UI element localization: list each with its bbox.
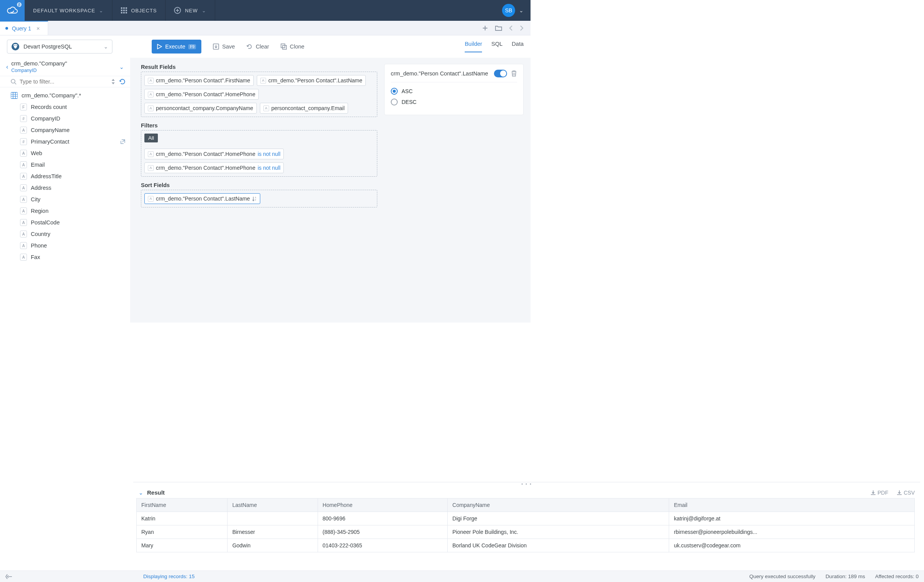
tree-item-label: Web (31, 150, 42, 156)
save-icon (213, 43, 219, 50)
mode-tab-sql[interactable]: SQL (491, 41, 502, 52)
svg-rect-17 (11, 92, 18, 99)
filter-all-chip[interactable]: All (144, 134, 158, 142)
filter-condition: is not null (258, 165, 280, 171)
tree-item[interactable]: AWeb (0, 147, 130, 159)
chip-label: crm_demo."Person Contact".HomePhone (156, 151, 255, 157)
external-link-icon[interactable] (120, 139, 126, 144)
type-A-icon: A (148, 196, 154, 202)
clear-label: Clear (256, 43, 269, 50)
sort-field-name: crm_demo."Person Contact".LastName (391, 70, 490, 77)
next-tab-icon[interactable] (520, 25, 524, 31)
tree-item[interactable]: FRecords count (0, 101, 130, 113)
radio-desc[interactable]: DESC (391, 99, 517, 105)
workspace-selector[interactable]: DEFAULT WORKSPACE ⌄ (25, 0, 112, 21)
chip-label: crm_demo."Person Contact".LastName (268, 77, 362, 84)
radio-icon (391, 99, 398, 105)
refresh-icon[interactable] (119, 79, 126, 85)
tree-item-label: Region (31, 208, 49, 214)
trash-icon[interactable] (511, 70, 517, 77)
sort-field-chip[interactable]: Acrm_demo."Person Contact".LastName AZ (144, 193, 260, 204)
chevron-down-icon[interactable]: ⌄ (118, 62, 126, 72)
table-icon (11, 92, 18, 99)
result-fields-box[interactable]: Acrm_demo."Person Contact".FirstNameAcrm… (141, 72, 377, 117)
svg-rect-1 (123, 7, 125, 9)
user-menu[interactable]: SB ⌄ (502, 4, 531, 17)
chip-label: crm_demo."Person Contact".HomePhone (156, 165, 255, 171)
svg-point-12 (16, 45, 17, 46)
tree-item[interactable]: #CompanyID (0, 113, 130, 124)
svg-rect-0 (121, 7, 122, 9)
tree-item[interactable]: ACity (0, 194, 130, 205)
prev-tab-icon[interactable] (509, 25, 513, 31)
svg-rect-6 (121, 12, 122, 13)
type-A-icon: A (148, 105, 154, 111)
breadcrumb-sub[interactable]: CompanyID (11, 67, 118, 74)
tree-item-label: City (31, 196, 40, 202)
svg-rect-2 (126, 7, 127, 9)
filter-chip[interactable]: Acrm_demo."Person Contact".HomePhone is … (144, 162, 284, 173)
connection-selector[interactable]: Devart PostgreSQL ⌄ (7, 40, 112, 54)
sort-icon[interactable] (111, 79, 116, 85)
radio-asc[interactable]: ASC (391, 88, 517, 95)
tree-root-label: crm_demo."Company".* (22, 92, 81, 99)
objects-label: OBJECTS (131, 8, 157, 13)
save-button[interactable]: Save (213, 43, 235, 50)
result-field-chip[interactable]: Apersoncontact_company.CompanyName (144, 103, 257, 114)
result-field-chip[interactable]: Acrm_demo."Person Contact".LastName (257, 75, 366, 86)
tree-item[interactable]: AAddress (0, 182, 130, 194)
svg-point-16 (11, 79, 15, 83)
result-field-chip[interactable]: Acrm_demo."Person Contact".FirstName (144, 75, 254, 86)
execute-button[interactable]: Execute F9 (152, 40, 201, 54)
folder-open-icon[interactable] (495, 25, 502, 31)
query-tab[interactable]: Query 1 × (0, 21, 48, 35)
chevron-down-icon: ⌄ (519, 7, 524, 13)
play-icon (157, 44, 162, 49)
mode-tab-builder[interactable]: Builder (465, 41, 482, 52)
topbar: β DEFAULT WORKSPACE ⌄ OBJECTS NEW ⌄ SB ⌄ (0, 0, 531, 21)
filter-row (0, 76, 130, 87)
clone-button[interactable]: Clone (281, 43, 305, 50)
tree-item[interactable]: AFax (0, 251, 130, 263)
result-field-chip[interactable]: Apersoncontact_company.Email (260, 103, 348, 114)
tree-item[interactable]: APhone (0, 240, 130, 251)
tree-item[interactable]: APostalCode (0, 217, 130, 228)
close-icon[interactable]: × (37, 25, 40, 32)
filter-chip[interactable]: Acrm_demo."Person Contact".HomePhone is … (144, 149, 284, 159)
clear-button[interactable]: Clear (246, 43, 269, 50)
chevron-down-icon: ⌄ (99, 8, 104, 13)
tree-item[interactable]: ACountry (0, 228, 130, 240)
new-menu[interactable]: NEW ⌄ (166, 0, 215, 21)
breadcrumb-back-icon[interactable]: ‹ (3, 64, 11, 70)
execute-label: Execute (165, 43, 185, 50)
chevron-down-icon: ⌄ (104, 43, 108, 50)
filter-input[interactable] (20, 79, 108, 85)
sort-box[interactable]: Acrm_demo."Person Contact".LastName AZ (141, 190, 377, 207)
app-logo[interactable]: β (0, 0, 25, 21)
cloud-icon (7, 6, 18, 15)
tree-item[interactable]: #PrimaryContact (0, 136, 130, 147)
mode-tab-data[interactable]: Data (512, 41, 524, 52)
objects-button[interactable]: OBJECTS (112, 0, 166, 21)
tree-item[interactable]: AEmail (0, 159, 130, 171)
add-tab-icon[interactable] (482, 25, 488, 31)
tree-item[interactable]: ARegion (0, 205, 130, 217)
filters-box[interactable]: All Acrm_demo."Person Contact".HomePhone… (141, 130, 377, 177)
main: ‹ crm_demo."Company" CompanyID ⌄ crm_dem… (0, 58, 531, 323)
mode-tabs: Builder SQL Data (465, 41, 524, 52)
toolbar: Devart PostgreSQL ⌄ Execute F9 Save Clea… (0, 35, 531, 58)
tree-item[interactable]: AAddressTitle (0, 171, 130, 182)
svg-rect-5 (126, 10, 127, 11)
sort-toggle[interactable] (494, 70, 507, 77)
breadcrumb: ‹ crm_demo."Company" CompanyID ⌄ (0, 58, 130, 76)
connection-name: Devart PostgreSQL (23, 43, 100, 50)
type-F-icon: F (20, 104, 27, 110)
svg-text:Z: Z (255, 199, 256, 201)
tree-item-label: Records count (31, 104, 67, 110)
tree-root[interactable]: crm_demo."Company".* (0, 90, 130, 101)
type-A-icon: A (20, 150, 27, 157)
type-A-icon: A (20, 173, 27, 180)
result-field-chip[interactable]: Acrm_demo."Person Contact".HomePhone (144, 89, 259, 100)
tree-item-label: CompanyName (31, 127, 70, 133)
tree-item[interactable]: ACompanyName (0, 124, 130, 136)
